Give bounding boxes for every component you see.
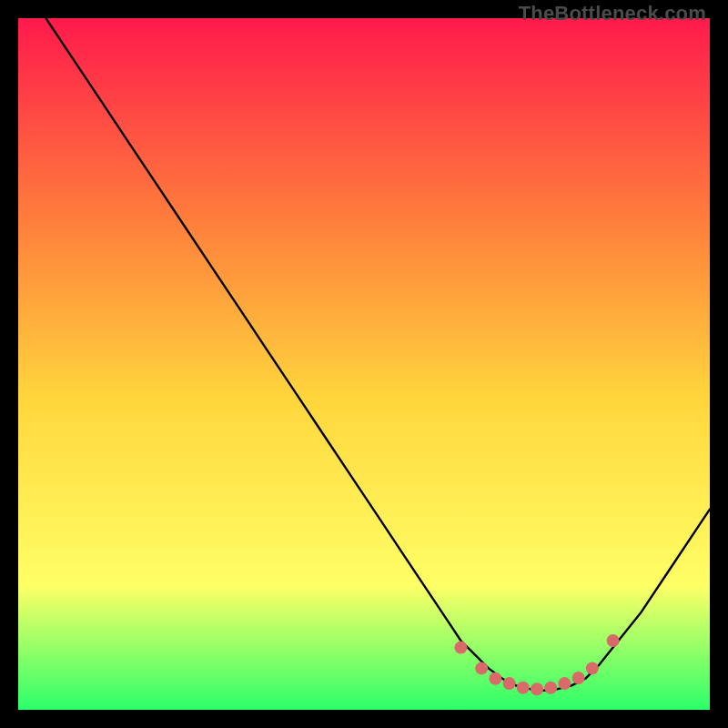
marker-dot: [544, 682, 557, 694]
watermark-text: TheBottleneck.com: [519, 2, 706, 25]
marker-dot: [489, 672, 501, 685]
marker-dot: [475, 662, 488, 674]
bottleneck-chart: [18, 18, 710, 710]
marker-dot: [586, 662, 599, 674]
gradient-background: [18, 18, 710, 710]
marker-dot: [503, 677, 516, 690]
marker-dot: [607, 634, 620, 647]
marker-dot: [558, 677, 571, 690]
marker-dot: [572, 672, 585, 684]
marker-dot: [454, 642, 467, 654]
marker-dot: [531, 682, 543, 695]
marker-dot: [517, 682, 530, 694]
chart-frame: [18, 18, 710, 710]
